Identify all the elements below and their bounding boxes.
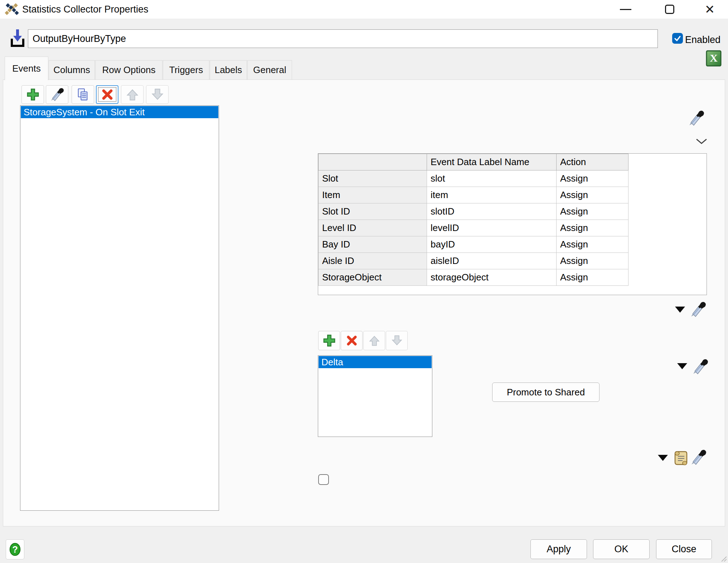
tab-general[interactable]: General xyxy=(247,60,292,80)
table-row[interactable]: Level ID levelID Assign xyxy=(319,220,628,236)
param-label-cell[interactable]: slot xyxy=(427,170,557,187)
tab-labels[interactable]: Labels xyxy=(210,60,247,80)
help-button[interactable]: ? xyxy=(6,539,24,559)
move-event-down-button[interactable] xyxy=(146,85,169,104)
label-list-item-selected[interactable]: Delta xyxy=(319,356,432,368)
apply-button-label: Apply xyxy=(547,544,571,555)
table-row[interactable]: Item item Assign xyxy=(319,187,628,203)
ok-button-label: OK xyxy=(614,544,628,555)
row-values-sampler-button[interactable] xyxy=(690,448,707,466)
eyedropper-icon xyxy=(691,449,707,465)
maximize-icon xyxy=(665,5,674,14)
param-label-cell[interactable]: storageObject xyxy=(427,269,557,286)
resize-grip[interactable] xyxy=(719,554,727,562)
param-header-label-name: Event Data Label Name xyxy=(427,154,557,170)
plus-icon xyxy=(26,88,40,101)
param-label-cell[interactable]: levelID xyxy=(427,220,557,236)
add-event-button[interactable] xyxy=(21,85,44,104)
tab-triggers-label: Triggers xyxy=(169,64,203,76)
maximize-button[interactable] xyxy=(657,0,682,19)
minimize-button[interactable] xyxy=(613,0,638,19)
condition-dropdown-arrow[interactable] xyxy=(675,307,685,313)
eyedropper-icon xyxy=(690,302,706,317)
move-label-down-button[interactable] xyxy=(386,331,408,350)
param-label-cell[interactable]: bayID xyxy=(427,236,557,253)
statistics-collector-properties-window: Statistics Collector Properties ✕ Enable… xyxy=(0,0,728,563)
param-label-cell[interactable]: slotID xyxy=(427,203,557,220)
tab-triggers[interactable]: Triggers xyxy=(163,60,209,80)
enabled-label: Enabled xyxy=(685,34,720,45)
close-dialog-button[interactable]: Close xyxy=(656,539,712,559)
delete-label-button[interactable] xyxy=(341,331,363,350)
sample-event-button[interactable] xyxy=(46,85,68,104)
close-icon: ✕ xyxy=(705,3,715,15)
table-row[interactable]: Slot slot Assign xyxy=(319,170,628,187)
param-action-cell[interactable]: Assign xyxy=(557,269,628,286)
param-action-cell[interactable]: Assign xyxy=(557,253,628,269)
enabled-checkbox[interactable] xyxy=(672,33,683,44)
check-icon xyxy=(673,34,682,43)
help-icon: ? xyxy=(8,542,22,557)
delete-x-icon xyxy=(101,88,114,101)
tab-general-label: General xyxy=(253,64,286,76)
add-label-button[interactable] xyxy=(318,331,340,350)
param-name-cell: Slot xyxy=(319,170,427,187)
svg-text:?: ? xyxy=(12,544,18,554)
condition-sampler-button[interactable] xyxy=(690,301,707,318)
eyedropper-icon xyxy=(689,110,704,126)
event-list[interactable]: StorageSystem - On Slot Exit xyxy=(20,105,219,511)
promote-button-label: Promote to Shared xyxy=(507,387,585,398)
flexsim-logo-icon xyxy=(4,3,19,16)
finish-rows-checkbox[interactable] xyxy=(318,474,329,485)
collector-icon xyxy=(9,29,26,48)
close-dialog-button-label: Close xyxy=(671,544,696,555)
title-bar: Statistics Collector Properties ✕ xyxy=(0,0,728,19)
tab-row-options[interactable]: Row Options xyxy=(95,60,162,80)
param-header-blank xyxy=(319,154,427,170)
scroll-icon xyxy=(673,450,688,466)
row-values-code-button[interactable] xyxy=(673,450,688,466)
param-name-cell: Slot ID xyxy=(319,203,427,220)
apply-button[interactable]: Apply xyxy=(530,539,587,559)
value-dropdown-arrow[interactable] xyxy=(677,363,687,369)
param-action-cell[interactable]: Assign xyxy=(557,236,628,253)
table-row[interactable]: StorageObject storageObject Assign xyxy=(319,269,628,286)
value-sampler-button[interactable] xyxy=(692,358,709,375)
object-sampler-button[interactable] xyxy=(688,110,705,127)
excel-export-icon[interactable]: X xyxy=(706,50,722,67)
param-name-cell: Item xyxy=(319,187,427,203)
collector-name-input[interactable] xyxy=(28,29,658,48)
tab-columns-label: Columns xyxy=(53,64,90,76)
additional-labels-list[interactable]: Delta xyxy=(318,355,432,437)
table-row[interactable]: Bay ID bayID Assign xyxy=(319,236,628,253)
delete-event-button[interactable] xyxy=(96,85,118,104)
param-action-cell[interactable]: Assign xyxy=(557,203,628,220)
param-name-cell: Level ID xyxy=(319,220,427,236)
tab-columns[interactable]: Columns xyxy=(49,60,95,80)
close-button[interactable]: ✕ xyxy=(697,0,722,19)
event-list-item-selected[interactable]: StorageSystem - On Slot Exit xyxy=(21,106,218,118)
ok-button[interactable]: OK xyxy=(593,539,650,559)
param-name-cell: Bay ID xyxy=(319,236,427,253)
chevron-down-icon[interactable] xyxy=(696,138,707,145)
param-action-cell[interactable]: Assign xyxy=(557,170,628,187)
tab-row-options-label: Row Options xyxy=(102,64,156,76)
copy-event-button[interactable] xyxy=(72,85,94,104)
arrow-down-icon xyxy=(391,335,403,347)
table-row[interactable]: Slot ID slotID Assign xyxy=(319,203,628,220)
param-action-cell[interactable]: Assign xyxy=(557,187,628,203)
promote-to-shared-button[interactable]: Promote to Shared xyxy=(492,382,600,402)
minimize-icon xyxy=(620,9,631,10)
move-event-up-button[interactable] xyxy=(121,85,144,104)
move-label-up-button[interactable] xyxy=(363,331,385,350)
table-row[interactable]: Aisle ID aisleID Assign xyxy=(319,253,628,269)
param-label-cell[interactable]: item xyxy=(427,187,557,203)
param-action-cell[interactable]: Assign xyxy=(557,220,628,236)
param-label-cell[interactable]: aisleID xyxy=(427,253,557,269)
arrow-up-icon xyxy=(126,88,139,101)
tab-events[interactable]: Events xyxy=(5,57,48,80)
tab-labels-label: Labels xyxy=(215,64,242,76)
row-values-dropdown-arrow[interactable] xyxy=(658,455,668,461)
eyedropper-icon xyxy=(693,359,708,375)
window-title: Statistics Collector Properties xyxy=(22,0,149,19)
